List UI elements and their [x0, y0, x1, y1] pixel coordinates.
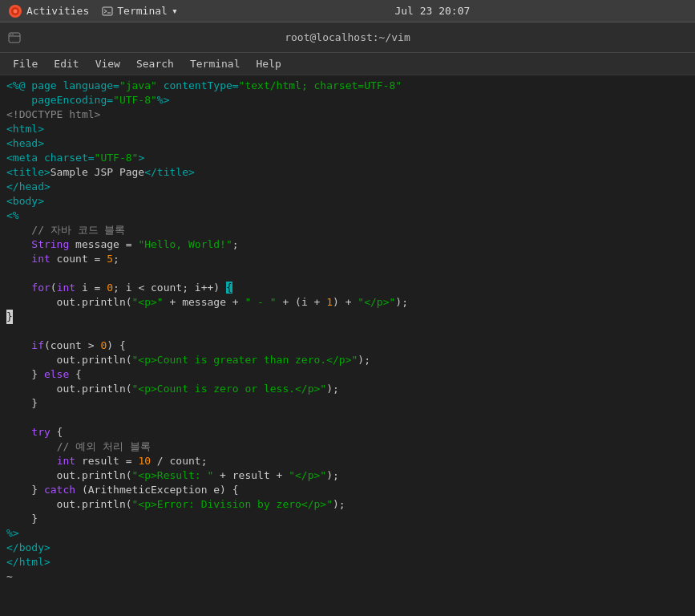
- code-line-7: <title>Sample JSP Page</title>: [6, 165, 689, 180]
- system-bar: Activities Terminal ▾ Jul 23 20:07: [0, 0, 695, 22]
- code-line-29: } catch (ArithmeticException e) {: [6, 483, 689, 497]
- code-line-14: [6, 266, 689, 281]
- activities-button[interactable]: Activities: [8, 4, 89, 18]
- code-line-23: }: [6, 396, 689, 411]
- code-line-30: out.println("<p>Error: Division by zero<…: [6, 497, 689, 512]
- terminal-titlebar: root@localhost:~/vim: [0, 22, 695, 53]
- code-line-10: <%: [6, 209, 689, 223]
- cursor: }: [6, 310, 13, 324]
- code-line-26: // 예외 처리 블록: [6, 440, 689, 454]
- code-line-24: [6, 411, 689, 425]
- code-line-25: try {: [6, 425, 689, 440]
- svg-point-8: [12, 34, 14, 35]
- system-bar-left: Activities Terminal ▾: [8, 4, 178, 18]
- terminal-label: Terminal: [117, 5, 168, 17]
- code-line-12: String message = "Hello, World!";: [6, 237, 689, 252]
- code-line-2: pageEncoding="UTF-8"%>: [6, 93, 689, 107]
- code-line-31: }: [6, 512, 689, 526]
- terminal-arrow: ▾: [172, 5, 178, 17]
- terminal-window: root@localhost:~/vim File Edit View Sear…: [0, 22, 695, 616]
- menu-file[interactable]: File: [6, 56, 44, 71]
- svg-point-7: [10, 34, 12, 35]
- code-line-34: </html>: [6, 555, 689, 569]
- gnome-icon: [8, 4, 22, 18]
- svg-rect-3: [103, 7, 112, 15]
- activities-label: Activities: [26, 5, 89, 17]
- code-line-20: out.println("<p>Count is greater than ze…: [6, 353, 689, 367]
- code-line-11: // 자바 코드 블록: [6, 223, 689, 237]
- code-line-28: out.println("<p>Result: " + result + "</…: [6, 468, 689, 483]
- terminal-control-icon: [8, 31, 21, 44]
- code-line-5: <head>: [6, 136, 689, 151]
- code-line-6: <meta charset="UTF-8">: [6, 151, 689, 165]
- code-line-22: out.println("<p>Count is zero or less.</…: [6, 382, 689, 396]
- code-line-9: <body>: [6, 194, 689, 209]
- code-line-18: [6, 324, 689, 338]
- system-datetime: Jul 23 20:07: [394, 5, 470, 17]
- code-editor[interactable]: <%@ page language="java" contentType="te…: [0, 75, 695, 616]
- terminal-title: root@localhost:~/vim: [285, 31, 410, 43]
- terminal-menu-button[interactable]: Terminal ▾: [102, 5, 177, 17]
- code-line-13: int count = 5;: [6, 252, 689, 266]
- code-line-32: %>: [6, 526, 689, 541]
- svg-point-2: [14, 9, 18, 13]
- code-line-3: <!DOCTYPE html>: [6, 107, 689, 122]
- menu-search[interactable]: Search: [130, 56, 180, 71]
- code-line-8: </head>: [6, 180, 689, 194]
- code-line-19: if(count > 0) {: [6, 338, 689, 353]
- code-line-27: int result = 10 / count;: [6, 454, 689, 468]
- code-line-33: </body>: [6, 541, 689, 555]
- code-line-1: <%@ page language="java" contentType="te…: [6, 79, 689, 93]
- code-line-4: <html>: [6, 122, 689, 136]
- code-line-16: out.println("<p>" + message + " - " + (i…: [6, 295, 689, 310]
- menu-edit[interactable]: Edit: [47, 56, 85, 71]
- titlebar-controls: [8, 31, 21, 44]
- menu-help[interactable]: Help: [250, 56, 288, 71]
- menu-view[interactable]: View: [89, 56, 127, 71]
- code-line-21: } else {: [6, 367, 689, 382]
- code-line-17: }: [6, 310, 689, 324]
- code-line-15: for(int i = 0; i < count; i++) {: [6, 281, 689, 295]
- terminal-icon: [102, 6, 113, 17]
- tilde-line: ~: [6, 569, 689, 584]
- menu-terminal[interactable]: Terminal: [184, 56, 247, 71]
- terminal-menubar: File Edit View Search Terminal Help: [0, 53, 695, 75]
